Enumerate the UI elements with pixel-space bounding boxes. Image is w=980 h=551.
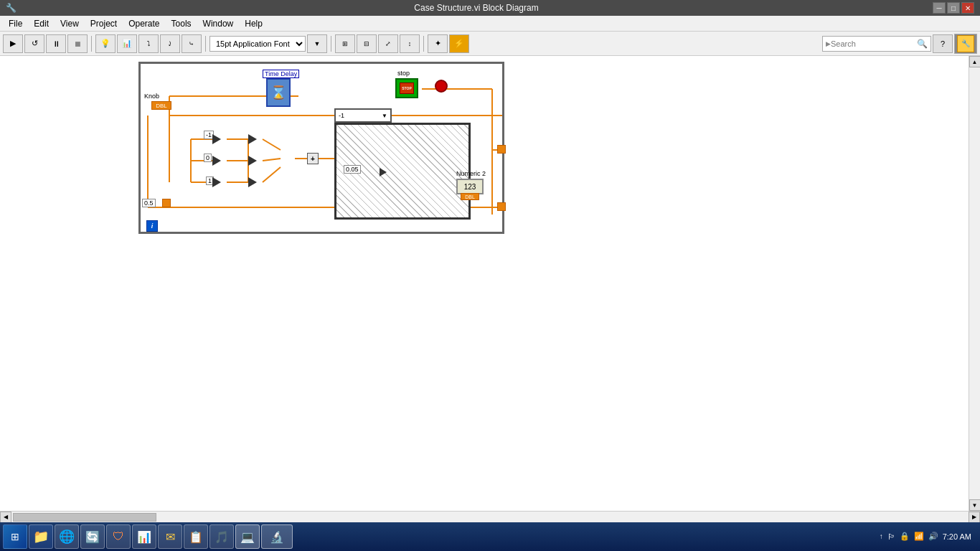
case-inner-structure: 0.05 [334,123,471,220]
menu-help[interactable]: Help [239,17,268,30]
taskbar: ⊞ 📁 🌐 🔄 🛡 📊 ✉ 📋 🎵 💻 🔬 ↑ 🏳 🔒 📶 🔊 7:20 AM [0,522,980,551]
taskbar-app-7[interactable]: 📋 [184,524,208,549]
step-out-button[interactable]: ⤷ [182,34,202,53]
menu-view[interactable]: View [55,17,85,30]
scroll-down-arrow[interactable]: ▼ [969,499,981,511]
svg-line-12 [263,167,281,182]
extra-button[interactable]: ⚡ [449,34,469,53]
close-button[interactable]: ✕ [961,2,974,14]
retain-values-button[interactable]: 📊 [117,34,137,53]
selector-value: -1 [339,112,344,119]
system-clock[interactable]: 7:20 AM [943,532,971,542]
profile-button[interactable]: 🔧 [954,34,977,54]
menu-tools[interactable]: Tools [166,17,197,30]
stop-block[interactable]: STOP [395,78,418,98]
separator2 [205,36,206,52]
stop-inner: STOP [400,83,414,94]
resize-button[interactable]: ⤢ [378,34,398,53]
stop-label: stop [397,70,410,77]
const-05: 0.5 [142,199,156,207]
add-node: + [307,153,319,164]
run-continuously-button[interactable]: ↺ [24,34,44,53]
scrollbar-thumb[interactable] [13,513,156,522]
taskbar-show-desktop[interactable]: ↑ [880,532,883,540]
triangle-node-2a [248,134,257,144]
numeric2-dbl-tag: DBL [461,193,479,200]
numeric2-label: Numeric 2 [456,170,486,177]
separator3 [331,36,331,52]
align-button[interactable]: ⊞ [335,34,355,53]
scroll-up-arrow[interactable]: ▲ [969,56,981,67]
menu-edit[interactable]: Edit [28,17,55,30]
abort-button[interactable]: ⏸ [46,34,66,53]
taskbar-app-6[interactable]: ✉ [158,524,182,549]
taskbar-app-ie[interactable]: 🌐 [55,524,79,549]
font-dropdown-button[interactable]: ▼ [307,34,327,53]
search-input[interactable] [831,39,917,48]
menu-window[interactable]: Window [197,17,240,30]
search-icon[interactable]: 🔍 [917,39,928,49]
taskbar-app-explorer[interactable]: 📁 [29,524,53,549]
pause-button[interactable]: ⏹ [67,34,88,53]
clean-diagram-button[interactable]: ✦ [428,34,448,53]
taskbar-flag-icon: 🏳 [887,532,895,541]
taskbar-network-icon: 📶 [914,532,924,541]
menu-file[interactable]: File [3,17,28,30]
horizontal-scrollbar[interactable]: ◀ ▶ [0,511,980,522]
info-icon[interactable]: i [146,220,158,232]
step-into-button[interactable]: ⤵ [138,34,159,53]
taskbar-labview-active[interactable]: 🔬 [261,524,293,549]
const-005: 0.05 [344,165,361,174]
separator1 [91,36,92,52]
font-select[interactable]: 15pt Application Font [209,36,306,52]
stop-indicator [435,80,448,93]
vertical-scrollbar[interactable]: ▲ ▼ [969,56,980,511]
const-05-indicator [162,199,171,207]
triangle-node-2b [248,156,257,166]
knob-label: Knob [144,93,159,100]
taskbar-app-8[interactable]: 🎵 [209,524,234,549]
reorder-button[interactable]: ↕ [400,34,420,53]
window-controls: ─ □ ✕ [933,2,974,14]
taskbar-security-icon: 🔒 [900,532,910,541]
menu-project[interactable]: Project [85,17,123,30]
minimize-button[interactable]: ─ [933,2,946,14]
time-delay-block[interactable]: ⌛ [266,78,291,107]
numeric2-block[interactable]: 123 [456,179,484,194]
step-over-button[interactable]: ⤸ [160,34,180,53]
taskbar-app-3[interactable]: 🔄 [80,524,105,549]
case-selector[interactable]: -1 ▼ [334,108,392,123]
help-button[interactable]: ? [933,34,953,53]
start-button[interactable]: ⊞ [3,524,27,549]
knob-dbl-tag: DBL [151,101,171,110]
svg-line-10 [263,139,281,150]
scroll-right-arrow[interactable]: ▶ [969,512,980,523]
taskbar-right: ↑ 🏳 🔒 📶 🔊 7:20 AM [880,532,977,542]
highlight-button[interactable]: 💡 [95,34,116,53]
canvas-area[interactable]: ▲ [0,56,980,511]
triangle-node-2c [248,177,257,187]
scroll-left-arrow[interactable]: ◀ [0,512,11,523]
taskbar-app-9[interactable]: 💻 [235,524,260,549]
distribute-button[interactable]: ⊟ [357,34,377,53]
taskbar-app-4[interactable]: 🛡 [106,524,131,549]
search-container: ▶ 🔍 [822,36,931,52]
block-diagram: Knob DBL -1 0 1 + Time Delay ⌛ -1 ▼ 0.05 [138,62,504,234]
window-title: Case Structure.vi Block Diagram [414,3,538,13]
menubar: File Edit View Project Operate Tools Win… [0,16,980,32]
restore-button[interactable]: □ [947,2,960,14]
titlebar: 🔧 Case Structure.vi Block Diagram ─ □ ✕ [0,0,980,16]
run-button[interactable]: ▶ [3,34,23,53]
toolbar: ▶ ↺ ⏸ ⏹ 💡 📊 ⤵ ⤸ ⤷ 15pt Application Font … [0,32,980,56]
const-0: 0 [204,154,212,162]
separator4 [423,36,424,52]
selector-dropdown-arrow[interactable]: ▼ [382,113,387,119]
search-prompt-icon: ▶ [826,40,831,47]
menu-operate[interactable]: Operate [123,17,165,30]
triangle-node-1a [212,134,221,144]
taskbar-sound-icon: 🔊 [928,532,938,541]
numeric2-value: 123 [464,183,476,191]
triangle-case [380,168,387,176]
output-arrow-bottom [497,202,506,211]
taskbar-app-5[interactable]: 📊 [132,524,156,549]
